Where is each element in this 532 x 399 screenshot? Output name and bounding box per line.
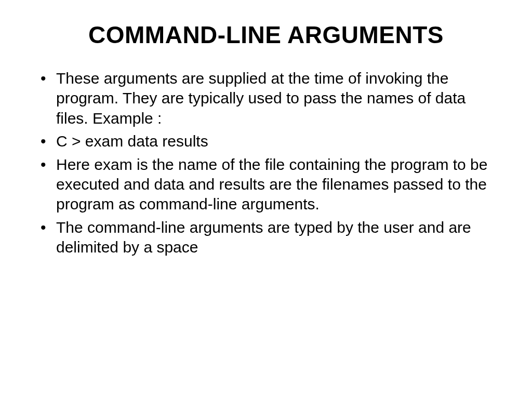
slide-title: COMMAND-LINE ARGUMENTS <box>36 21 496 49</box>
bullet-item: C > exam data results <box>36 131 496 151</box>
bullet-item: Here exam is the name of the file contai… <box>36 155 496 215</box>
bullet-item: These arguments are supplied at the time… <box>36 69 496 128</box>
bullet-item: The command-line arguments are typed by … <box>36 218 496 258</box>
bullet-list: These arguments are supplied at the time… <box>36 69 496 258</box>
